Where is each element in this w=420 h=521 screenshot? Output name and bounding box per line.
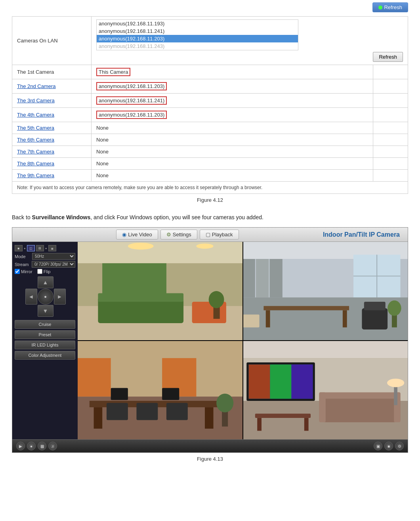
figure412-section: Cameras On LAN anonymous(192.168.11.193)… [0,12,420,211]
ir-led-btn[interactable]: IR LED Lights [15,341,75,349]
svg-rect-51 [319,397,400,423]
camera-row-5: The 5th Camera None [12,122,408,134]
camera-ui: ◉ Live Video ⚙ Settings ▢ Playback Indoo… [12,227,408,453]
cruise-label: Cruise [39,322,52,327]
camera-4-value: anonymous(192.168.11.203) [99,112,164,118]
top-bar: ◉ Live Video ⚙ Settings ▢ Playback Indoo… [12,228,408,242]
svg-rect-38 [166,403,188,420]
ptz-tr-empty [54,276,66,288]
camera-1-value-cell: This Camera [92,65,373,79]
lan-item-2[interactable]: anonymous(192.168.11.203) [97,35,298,42]
ptz-up-btn[interactable]: ▲ [38,276,53,288]
record-btn[interactable]: ● [27,442,36,450]
nine-window-btn[interactable]: ▧ [36,245,44,251]
svg-rect-49 [270,365,291,399]
sixteen-window-btn[interactable]: ▩ [48,245,56,251]
svg-point-27 [388,301,401,316]
camera-6-label[interactable]: The 6th Camera [12,134,92,146]
camera-6-link[interactable]: The 6th Camera [17,137,54,143]
svg-rect-56 [257,418,262,431]
camera-8-label[interactable]: The 8th Camera [12,158,92,170]
tab-settings[interactable]: ⚙ Settings [160,230,197,239]
svg-rect-55 [255,414,310,418]
play-btn[interactable]: ▶ [16,442,25,450]
camera-2-bordered: anonymous(192.168.11.203) [96,82,167,90]
svg-rect-24 [362,308,388,330]
lan-list: anonymous(192.168.11.193) anonymous(192.… [96,19,298,50]
camera-7-label[interactable]: The 7th Camera [12,146,92,158]
snapshot-btn[interactable]: ▩ [38,442,46,450]
sound-btn[interactable]: ♬ [48,442,57,450]
color-adj-btn[interactable]: Color Adjustment [15,351,75,360]
lan-list-cell: anonymous(192.168.11.193) anonymous(192.… [92,17,408,65]
lan-refresh-button[interactable]: Refresh [373,52,403,62]
mode-select[interactable]: 50Hz 60Hz [32,253,75,260]
cruise-btn[interactable]: Cruise [15,320,75,329]
window-mode-row: ■ ● ◫ ▧ ● ▩ [15,245,75,251]
camera-row-2: The 2nd Camera anonymous(192.168.11.203) [12,79,408,94]
svg-point-7 [128,243,154,250]
lan-item-1[interactable]: anonymous(192.168.11.241) [97,27,298,35]
top-refresh-label: Refresh [384,4,402,10]
svg-rect-5 [98,293,183,302]
desc-bold: Surveillance Windows [32,214,91,220]
top-refresh-button[interactable]: Refresh [372,2,408,12]
svg-rect-37 [136,403,158,420]
camera-row-3: The 3rd Camera anonymous(192.168.11.241) [12,94,408,108]
ptz-left-btn[interactable]: ◄ [25,289,37,305]
stream-select[interactable]: 0/ 720P/ 30fps/ 2M [32,261,75,268]
camera-9-link[interactable]: The 9th Camera [17,172,54,178]
camera-8-link[interactable]: The 8th Camera [17,161,54,167]
camera-3-value-cell: anonymous(192.168.11.241) [92,94,373,108]
zoom-btn[interactable]: ■ [384,442,393,450]
flip-checkbox-label[interactable]: Flip [37,269,51,274]
camera-4-label[interactable]: The 4th Camera [12,108,92,122]
tab-playback[interactable]: ▢ Playback [200,230,239,239]
single-window-btn[interactable]: ■ [15,245,23,251]
room4-svg [243,341,408,439]
settings2-btn[interactable]: ⚙ [395,442,404,450]
mirror-checkbox[interactable] [15,269,20,274]
camera-3-link[interactable]: The 3rd Camera [17,98,55,103]
svg-rect-39 [111,388,128,400]
svg-rect-23 [342,310,347,328]
camera-9-value: None [92,170,373,182]
camera-7-link[interactable]: The 7th Camera [17,149,54,155]
description-paragraph: Back to Surveillance Windows, and click … [0,211,420,227]
tab-settings-label: Settings [173,232,191,238]
camera-2-value: anonymous(192.168.11.203) [99,83,164,89]
tab-live-video-label: Live Video [128,232,152,238]
ptz-right-btn[interactable]: ► [54,289,66,305]
figure413-caption: Figure 4.13 [12,456,408,462]
camera-row-4: The 4th Camera anonymous(192.168.11.203) [12,108,408,122]
camera-row-8: The 8th Camera None [12,158,408,170]
svg-rect-1 [78,242,242,263]
camera-3-label[interactable]: The 3rd Camera [12,94,92,108]
camera-2-label[interactable]: The 2nd Camera [12,79,92,94]
camera-icon: ◉ [122,232,126,238]
fullscreen-btn[interactable]: ▣ [374,442,382,450]
camera-5-label[interactable]: The 5th Camera [12,122,92,134]
tab-live-video[interactable]: ◉ Live Video [116,230,158,239]
quad-window-btn[interactable]: ◫ [27,245,35,251]
camera-2-link[interactable]: The 2nd Camera [17,83,56,89]
lan-item-3[interactable]: anonymous(192.168.11.243) [97,42,298,50]
mirror-checkbox-label[interactable]: Mirror [15,269,32,274]
lan-item-0[interactable]: anonymous(192.168.11.193) [97,20,298,27]
ptz-center-btn[interactable]: ● [38,289,53,305]
svg-point-59 [387,379,404,387]
camera-4-link[interactable]: The 4th Camera [17,112,54,118]
video-grid [78,242,408,439]
svg-rect-44 [243,341,408,358]
color-adj-label: Color Adjustment [29,353,62,358]
ir-led-label: IR LED Lights [32,343,59,347]
ptz-bl-empty [25,305,37,317]
camera-5-link[interactable]: The 5th Camera [17,125,54,131]
svg-rect-22 [265,310,270,328]
camera-9-label[interactable]: The 9th Camera [12,170,92,182]
preset-btn[interactable]: Preset [15,330,75,339]
flip-checkbox[interactable] [37,269,42,274]
playback-icon: ▢ [206,232,210,238]
ptz-down-btn[interactable]: ▼ [38,305,53,317]
left-panel: ■ ● ◫ ▧ ● ▩ Mode 50Hz 60Hz Str [12,242,78,439]
